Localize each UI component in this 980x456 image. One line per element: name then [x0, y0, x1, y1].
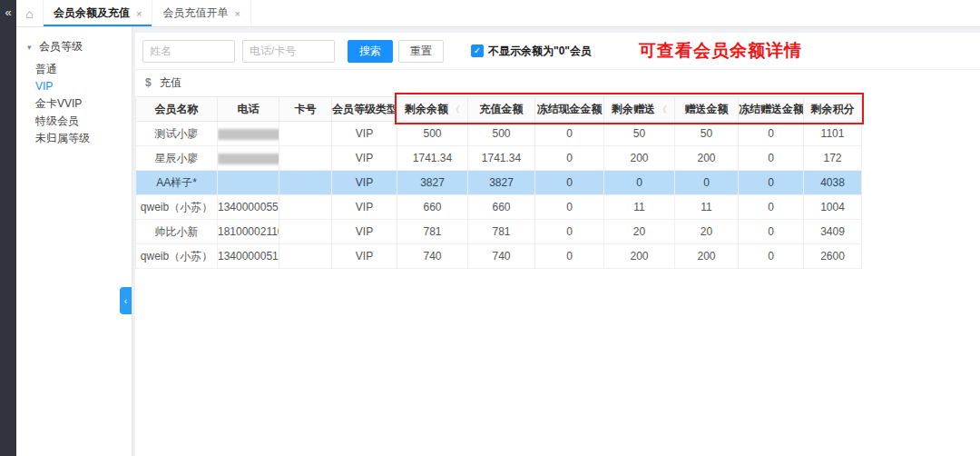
table-row[interactable]: qweib（小苏）13400000555VIP6606600111101004 [136, 195, 862, 220]
cell-remaining-gift: 0 [604, 171, 675, 195]
cell-remaining-points: 2600 [804, 244, 862, 269]
tab-label: 会员余额及充值 [54, 5, 130, 21]
column-label: 充值金额 [480, 103, 524, 115]
cell-gift-amount: 0 [675, 171, 739, 195]
cell-member-level: VIP [332, 122, 397, 146]
tree-root-label: 会员等级 [39, 40, 83, 53]
column-header-member-name: 会员名称 [136, 97, 218, 122]
cell-frozen-cash: 0 [535, 220, 604, 244]
cell-remaining-points: 1004 [804, 195, 862, 220]
section-title: 充值 [160, 76, 181, 89]
cell-member-name: 帅比小新 [136, 220, 218, 244]
table-row[interactable]: 星辰小廖VIP1741.341741.3402002000172 [136, 146, 862, 171]
cell-card-no [279, 122, 332, 146]
column-header-member-level: 会员等级类型 [332, 97, 397, 122]
tab-close-icon[interactable]: × [136, 8, 142, 19]
tab-bar: ⌂ 会员余额及充值×会员充值开单× [16, 0, 980, 27]
cell-remaining-balance: 660 [397, 195, 468, 220]
cell-member-level: VIP [332, 195, 397, 220]
cell-member-name: AA样子* [136, 171, 218, 195]
column-label: 剩余赠送 [612, 103, 655, 115]
cell-remaining-balance: 781 [397, 220, 468, 244]
cell-remaining-gift: 200 [604, 146, 675, 171]
cell-member-name: 星辰小廖 [136, 146, 218, 171]
cell-recharge-amount: 660 [468, 195, 535, 220]
cell-phone: 13400000555 [218, 195, 279, 220]
search-button[interactable]: 搜索 [348, 40, 393, 63]
table-row[interactable]: AA样子*VIP3827382700004038 [136, 171, 862, 195]
cell-gift-amount: 50 [675, 122, 739, 146]
column-header-remaining-balance[interactable]: 剩余余额《 [397, 97, 468, 122]
column-label: 剩余积分 [811, 103, 855, 115]
cell-card-no [279, 244, 332, 269]
tab-1[interactable]: 会员充值开单× [152, 0, 250, 26]
sidebar-item-0[interactable]: 普通 [16, 61, 132, 78]
cell-remaining-points: 4038 [804, 171, 862, 195]
cell-card-no [279, 220, 332, 244]
cell-frozen-gift: 0 [739, 122, 804, 146]
cell-gift-amount: 11 [675, 195, 739, 220]
cell-remaining-gift: 200 [604, 244, 675, 269]
cell-phone: 13400000516 [218, 244, 279, 269]
table-body: 测试小廖VIP5005000505001101星辰小廖VIP1741.34174… [136, 122, 862, 269]
table-row[interactable]: qweib（小苏）13400000516VIP74074002002000260… [136, 244, 862, 269]
cell-remaining-gift: 50 [604, 122, 675, 146]
search-toolbar: 搜索 重置 ✓ 不显示余额为"0"会员 可查看会员余额详情 [135, 33, 980, 69]
sidebar-item-3[interactable]: 特级会员 [16, 113, 132, 130]
tab-strip: 会员余额及充值×会员充值开单× [44, 0, 251, 26]
column-label: 剩余余额 [405, 103, 448, 115]
recharge-section-header: $ 充值 [135, 69, 980, 96]
hide-zero-balance-checkbox[interactable]: ✓ 不显示余额为"0"会员 [471, 44, 592, 59]
left-rail: « [0, 0, 16, 456]
checkbox-checked-icon[interactable]: ✓ [471, 45, 484, 57]
cell-recharge-amount: 1741.34 [468, 146, 535, 171]
cell-remaining-points: 172 [804, 146, 862, 171]
tab-close-icon[interactable]: × [234, 8, 240, 19]
cell-gift-amount: 20 [675, 220, 739, 244]
sidebar-item-4[interactable]: 未归属等级 [16, 130, 132, 147]
home-icon[interactable]: ⌂ [16, 0, 44, 26]
cell-remaining-balance: 500 [397, 122, 468, 146]
column-header-recharge-amount: 充值金额 [468, 97, 535, 122]
sidebar-collapse-handle[interactable]: ‹ [120, 287, 132, 314]
cell-remaining-points: 1101 [804, 122, 862, 146]
sidebar-tree-root[interactable]: ▾ 会员等级 [16, 27, 132, 61]
sidebar-item-2[interactable]: 金卡VVIP [16, 95, 132, 113]
members-table: 会员名称电话卡号会员等级类型剩余余额《充值金额冻结现金金额剩余赠送《赠送金额冻结… [135, 96, 862, 269]
column-header-gift-amount: 赠送金额 [675, 97, 739, 122]
column-header-remaining-gift[interactable]: 剩余赠送《 [604, 97, 675, 122]
column-label: 冻结现金金额 [537, 103, 603, 115]
sidebar-item-1[interactable]: VIP [16, 78, 132, 95]
cell-frozen-gift: 0 [739, 146, 804, 171]
cell-recharge-amount: 740 [468, 244, 535, 269]
cell-remaining-balance: 1741.34 [397, 146, 468, 171]
sorter-icon[interactable]: 《 [451, 104, 460, 114]
dollar-icon: $ [145, 76, 152, 89]
annotation-text: 可查看会员余额详情 [639, 39, 802, 63]
cell-frozen-gift: 0 [739, 195, 804, 220]
cell-phone: 18100002110 [218, 220, 279, 244]
cell-member-level: VIP [332, 244, 397, 269]
cell-remaining-gift: 11 [604, 195, 675, 220]
column-label: 赠送金额 [685, 103, 729, 115]
table-row[interactable]: 帅比小新18100002110VIP7817810202003409 [136, 220, 862, 244]
column-label: 冻结赠送金额 [739, 103, 804, 115]
name-input[interactable] [142, 40, 235, 63]
sorter-icon[interactable]: 《 [658, 104, 667, 114]
cell-phone [218, 171, 279, 195]
cell-phone [218, 146, 279, 171]
caret-down-icon[interactable]: ▾ [27, 43, 32, 52]
column-header-remaining-points: 剩余积分 [804, 97, 862, 122]
cell-frozen-gift: 0 [739, 220, 804, 244]
cell-member-level: VIP [332, 146, 397, 171]
cell-card-no [279, 195, 332, 220]
phone-card-input[interactable] [242, 40, 335, 63]
column-label: 卡号 [295, 103, 317, 115]
reset-button[interactable]: 重置 [398, 40, 444, 63]
chevron-left-icon: ‹ [124, 296, 127, 306]
cell-frozen-cash: 0 [535, 195, 604, 220]
sidebar: ▾ 会员等级 普通VIP金卡VVIP特级会员未归属等级 [16, 27, 132, 456]
collapse-menu-icon[interactable]: « [0, 5, 16, 19]
tab-0[interactable]: 会员余额及充值× [44, 0, 152, 26]
table-row[interactable]: 测试小廖VIP5005000505001101 [136, 122, 862, 146]
